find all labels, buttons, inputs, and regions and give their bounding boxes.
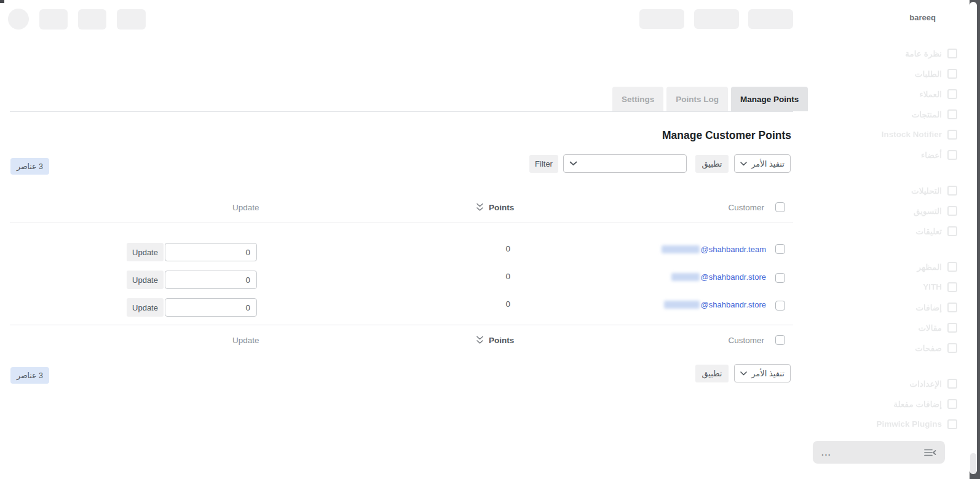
tab-manage-points[interactable]: Manage Points [731,87,808,111]
sidebar-item-products[interactable]: المنتجات [822,104,957,124]
items-count-badge: 3 عناصر [10,158,49,175]
notifier-icon [947,130,957,140]
tab-settings[interactable]: Settings [612,87,663,111]
scrollbar-thumb[interactable] [970,453,976,473]
customers-icon [947,89,957,99]
topbar-placeholder [117,9,146,30]
appearance-icon [947,262,957,272]
pimwick-icon [947,419,957,429]
column-header-customer: Customer [728,203,764,212]
tab-bar: Settings Points Log Manage Points [612,87,808,111]
username-label: bareeq [909,13,936,22]
email-domain: @shahbandr.store [701,272,766,282]
redacted-username [664,301,700,309]
sidebar-item-settings[interactable]: الإعدادات [822,373,957,394]
sidebar-item-active-plugins[interactable]: إضافات مفعلة [822,394,957,414]
points-value: 0 [505,244,510,253]
marketing-icon [947,206,957,216]
topbar-placeholder [78,9,106,30]
row-checkbox[interactable] [775,273,785,283]
sidebar-item-overview[interactable]: نظرة عامة [822,43,957,63]
points-input[interactable] [165,243,257,261]
redacted-username [662,245,700,253]
sidebar-item-orders[interactable]: الطلبات [822,63,957,84]
sidebar-item-instock-notifier[interactable]: Instock Notifier [822,124,957,144]
chevron-down-icon [569,161,577,166]
page-title: Manage Customer Points [662,129,791,142]
scrollbar-track [970,2,977,474]
customer-email-link[interactable]: @shahbandr.store [664,300,766,309]
column-footer-update: Update [232,336,259,345]
sidebar-item-marketing[interactable]: التسويق [822,200,957,221]
active-plugins-icon [947,399,957,409]
products-icon [947,109,957,119]
sort-icon[interactable] [475,335,484,346]
tab-points-log[interactable]: Points Log [666,87,728,111]
email-domain: @shahbandr.store [701,300,766,309]
sidebar-item-appearance[interactable]: المظهر [822,256,957,277]
members-icon [947,150,957,160]
sidebar-item-plugins[interactable]: إضافات [822,297,957,317]
app-window: bareeq Settings Points Log Manage Points… [0,0,980,479]
sidebar-item-pages[interactable]: صفحات [822,338,957,358]
topbar-placeholder [639,9,684,29]
avatar-placeholder [8,9,29,30]
column-header-points[interactable]: Points [489,203,514,212]
update-button[interactable]: Update [127,243,164,261]
update-button[interactable]: Update [127,298,164,317]
select-all-checkbox[interactable] [775,202,785,212]
customer-email-link[interactable]: @shahbandr.store [671,272,766,282]
pages-icon [947,343,957,353]
sidebar-item-customers[interactable]: العملاء [822,84,957,104]
email-domain: @shahbandr.team [701,245,766,254]
sidebar-item-members[interactable]: أعضاء [822,144,957,165]
points-value: 0 [505,299,510,309]
column-footer-points[interactable]: Points [489,336,514,345]
redacted-username [671,273,700,281]
sidebar-item-analytics[interactable]: التحليلات [822,180,957,200]
update-button[interactable]: Update [127,271,164,289]
bulk-action-button-bottom[interactable]: تنفيذ الأمر [734,364,791,382]
apply-button-bottom[interactable]: تطبيق [695,365,729,382]
admin-sidebar: نظرة عامة الطلبات العملاء المنتجات Insto… [822,43,957,434]
sort-icon[interactable] [475,202,484,213]
collapse-menu-icon [923,448,936,457]
sidebar-item-comments[interactable]: تعليقات [822,221,957,241]
select-all-checkbox[interactable] [775,335,785,345]
divider [10,111,793,112]
divider [10,325,793,325]
topbar-placeholder [694,9,739,29]
chevron-down-icon [740,371,747,376]
row-checkbox[interactable] [775,244,785,254]
yith-icon [947,282,957,292]
points-input[interactable] [165,298,257,317]
points-input[interactable] [165,271,257,289]
column-footer-customer: Customer [728,336,764,345]
collapse-menu-bar[interactable]: ... [813,441,945,464]
bulk-action-label: تنفيذ الأمر [751,369,784,378]
sidebar-item-yith[interactable]: YITH [822,277,957,297]
sidebar-item-pimwick-plugins[interactable]: Pimwick Plugins [822,414,957,434]
comments-icon [947,226,957,236]
sidebar-item-posts[interactable]: مقالات [822,317,957,338]
points-value: 0 [505,272,510,281]
dashboard-icon [947,49,957,58]
settings-icon [947,379,957,389]
apply-button[interactable]: تطبيق [695,155,729,173]
column-header-update: Update [232,203,259,212]
window-corner-mark [0,0,4,3]
topbar-placeholder [39,9,68,30]
analytics-icon [947,186,957,196]
items-count-badge: 3 عناصر [10,367,49,384]
orders-icon [947,69,957,79]
posts-icon [947,323,957,333]
chevron-down-icon [740,162,747,166]
plugins-icon [947,303,957,312]
row-checkbox[interactable] [775,301,785,311]
filter-select[interactable] [563,154,687,173]
customer-email-link[interactable]: @shahbandr.team [662,245,766,254]
filter-button[interactable]: Filter [529,155,558,173]
collapse-menu-dots: ... [821,449,831,456]
bulk-action-button[interactable]: تنفيذ الأمر [734,154,791,173]
divider [10,223,793,223]
